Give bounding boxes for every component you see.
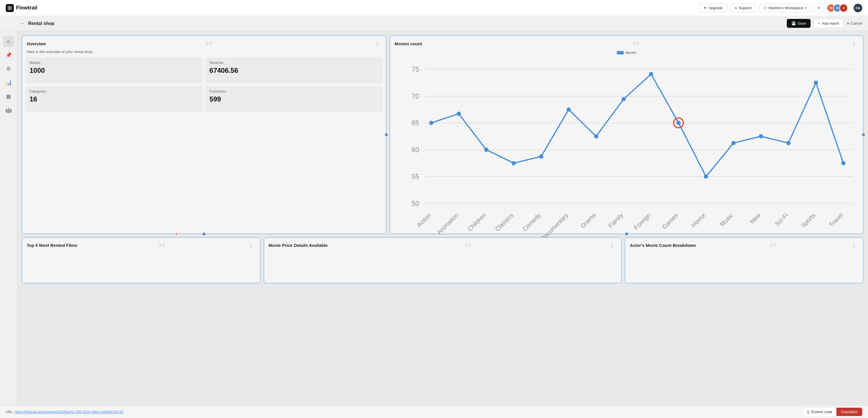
datapoint-5 <box>566 107 570 111</box>
actor-title: Actor's Movie Count Breakdown <box>630 243 696 248</box>
datapoint-8 <box>649 72 653 76</box>
cancel-label: Cancel <box>851 21 862 26</box>
actor-drag-handle[interactable]: ⠿⠿ <box>770 243 776 248</box>
svg-text:Sci-Fi: Sci-Fi <box>774 212 789 228</box>
avatar-j: J <box>839 4 848 12</box>
legend-label: Movies <box>625 51 637 55</box>
stat-movies: Movies 1000 <box>26 57 203 83</box>
add-button[interactable]: + <box>814 3 823 13</box>
embed-label: Embed code <box>811 410 832 414</box>
chart-area: Movies 75 70 65 60 <box>390 47 863 234</box>
back-button[interactable]: ← <box>20 20 25 26</box>
svg-text:Animation: Animation <box>436 212 460 236</box>
sidebar-item-chart[interactable]: 📊 <box>3 77 14 88</box>
embed-code-button[interactable]: {} Embed code <box>803 407 836 416</box>
save-label: Save <box>798 21 806 26</box>
resize-dot-right[interactable] <box>385 133 388 136</box>
chevron-down-icon: ▾ <box>805 6 807 9</box>
upgrade-icon: ✦ <box>704 6 707 10</box>
movies-drag-handle[interactable]: ⠿⠿ <box>632 41 640 46</box>
top5-menu-button[interactable]: ⋮ <box>247 242 255 249</box>
stat-categories-label: Categories <box>30 90 198 94</box>
datapoint-14 <box>814 80 818 85</box>
top-nav: Flowtrail ✦ Upgrade ● Support ⬡ Hashim's… <box>0 0 868 16</box>
support-button[interactable]: ● Support <box>731 3 756 12</box>
resize-dot-bottom-red[interactable] <box>175 233 178 235</box>
stat-movies-label: Movies <box>30 61 198 65</box>
app-logo[interactable]: Flowtrail <box>6 4 37 12</box>
movie-price-title: Movie Price Details Available <box>269 243 328 248</box>
stat-movies-value: 1000 <box>30 67 198 74</box>
svg-text:70: 70 <box>412 93 419 100</box>
embed-icon: {} <box>807 410 809 414</box>
nav-right: ✦ Upgrade ● Support ⬡ Hashim's Workspace… <box>699 3 862 13</box>
svg-text:Games: Games <box>661 212 679 231</box>
stat-revenue: Revenue 67406.56 <box>206 57 383 83</box>
dashboard-url[interactable]: https://flowtrail.ai/dashboard/3cd5be4e-… <box>14 410 123 414</box>
top5-widget: Top 5 Most Rented Films ⠿⠿ ⋮ <box>22 237 260 283</box>
overview-menu-button[interactable]: ⋮ <box>373 40 381 47</box>
datapoint-6 <box>594 134 598 138</box>
overview-description: Here is the overview of your rental shop <box>22 47 386 57</box>
bottom-right: {} Embed code Unpublish <box>803 407 862 416</box>
legend-color <box>617 51 624 55</box>
logo-icon <box>6 4 14 12</box>
svg-text:60: 60 <box>412 146 419 154</box>
movies-count-header: Movies count ⠿⠿ ⋮ <box>390 36 863 47</box>
cancel-icon: ✕ <box>846 21 849 26</box>
sub-header: ← Rental shop 💾 Save + Add report ✕ Canc… <box>0 16 868 31</box>
pin-icon: 📌 <box>5 52 12 58</box>
svg-text:65: 65 <box>412 119 419 127</box>
resize-dot-bottom[interactable] <box>203 233 206 235</box>
upgrade-button[interactable]: ✦ Upgrade <box>699 3 727 12</box>
datapoint-2 <box>484 148 488 152</box>
url-section: URL: https://flowtrail.ai/dashboard/3cd5… <box>6 410 123 414</box>
top5-header: Top 5 Most Rented Films ⠿⠿ ⋮ <box>22 238 260 249</box>
cancel-button[interactable]: ✕ Cancel <box>846 21 862 26</box>
overview-drag-handle[interactable]: ⠿⠿ <box>206 41 213 46</box>
movie-price-widget: Movie Price Details Available ⠿⠿ ⋮ <box>264 237 621 283</box>
unpublish-button[interactable]: Unpublish <box>836 408 862 416</box>
save-icon: 💾 <box>792 21 796 26</box>
app-name: Flowtrail <box>16 5 37 11</box>
actor-header: Actor's Movie Count Breakdown ⠿⠿ ⋮ <box>625 238 863 249</box>
save-button[interactable]: 💾 Save <box>787 19 811 28</box>
svg-text:Horror: Horror <box>690 212 707 229</box>
movies-menu-button[interactable]: ⋮ <box>850 40 859 47</box>
datapoint-11 <box>732 141 736 145</box>
sidebar-item-pin[interactable]: 📌 <box>3 49 14 61</box>
movies-count-widget: Movies count ⠿⠿ ⋮ Movies <box>390 36 863 234</box>
upgrade-label: Upgrade <box>708 6 723 10</box>
svg-text:Comedy: Comedy <box>521 212 542 233</box>
add-report-button[interactable]: + Add report <box>813 19 843 28</box>
resize-dot-bottom-movies[interactable] <box>625 233 628 235</box>
svg-text:55: 55 <box>412 173 419 180</box>
dashboard-grid: Overview ⠿⠿ ⋮ Here is the overview of yo… <box>22 36 863 283</box>
datapoint-15 <box>841 161 845 166</box>
movie-price-menu-button[interactable]: ⋮ <box>608 242 617 249</box>
sidebar-item-table[interactable]: ▦ <box>3 91 14 102</box>
sidebar-item-ai[interactable]: 🤖 <box>3 104 14 116</box>
actor-menu-button[interactable]: ⋮ <box>850 242 859 249</box>
workspace-icon: ⬡ <box>764 6 767 10</box>
sidebar-item-home[interactable]: ⌂ <box>3 36 14 47</box>
top5-drag-handle[interactable]: ⠿⠿ <box>159 243 166 248</box>
ai-icon: 🤖 <box>5 107 12 113</box>
svg-text:Music: Music <box>718 212 734 228</box>
datapoint-4 <box>539 154 544 159</box>
svg-text:Travel: Travel <box>828 212 844 229</box>
workspace-button[interactable]: ⬡ Hashim's Workspace ▾ <box>760 3 811 12</box>
movie-price-drag-handle[interactable]: ⠿⠿ <box>464 243 471 248</box>
svg-text:Action: Action <box>415 212 432 229</box>
chart-icon: 📊 <box>5 79 12 86</box>
page-title: Rental shop <box>28 21 55 26</box>
bottom-bar: URL: https://flowtrail.ai/dashboard/3cd5… <box>0 406 868 418</box>
svg-text:75: 75 <box>412 66 419 73</box>
overview-title: Overview <box>27 41 46 46</box>
resize-dot-right-movies[interactable] <box>862 133 865 136</box>
table-icon: ▦ <box>6 93 11 100</box>
actor-widget: Actor's Movie Count Breakdown ⠿⠿ ⋮ <box>625 237 863 283</box>
sidebar-item-data[interactable]: ⚙ <box>3 63 14 74</box>
row2: Top 5 Most Rented Films ⠿⠿ ⋮ Movie Price… <box>22 237 863 283</box>
workspace-label: Hashim's Workspace <box>768 6 803 10</box>
